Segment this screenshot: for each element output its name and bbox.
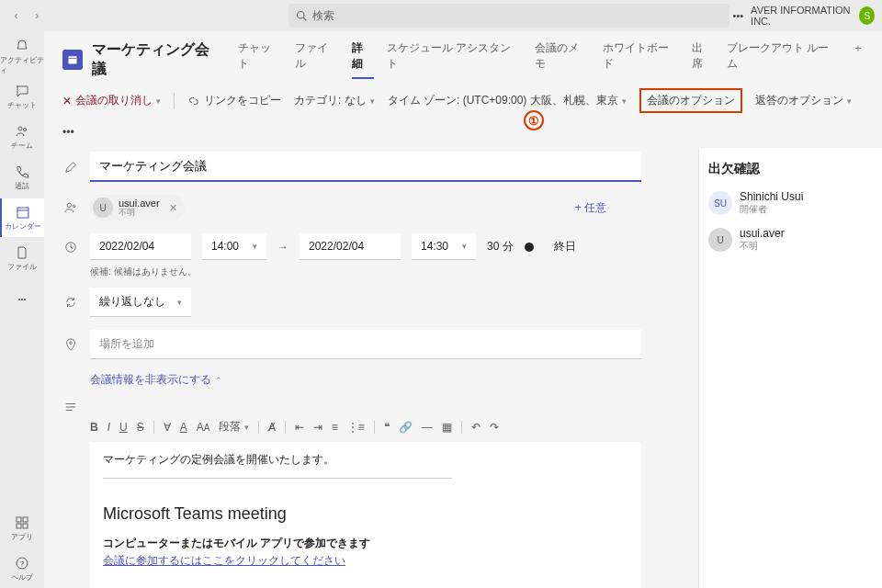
body-intro: マーケティングの定例会議を開催いたします。 bbox=[103, 451, 628, 469]
location-icon bbox=[62, 338, 79, 351]
location-input[interactable]: 場所を追加 bbox=[90, 330, 641, 359]
start-time-input[interactable]: 14:00▾ bbox=[202, 233, 266, 260]
rail-more-icon[interactable]: ••• bbox=[0, 279, 44, 318]
tab-breakout[interactable]: ブレークアウト ルーム bbox=[727, 40, 840, 79]
page-title: マーケティング会議 bbox=[92, 40, 224, 79]
file-icon bbox=[14, 244, 30, 261]
chevron-down-icon: ▾ bbox=[370, 96, 375, 106]
paragraph-dropdown[interactable]: 段落 ▾ bbox=[219, 419, 248, 435]
end-date-input[interactable]: 2022/02/04 bbox=[300, 233, 401, 260]
strike-button[interactable]: S bbox=[137, 421, 144, 434]
calendar-badge-icon bbox=[62, 50, 83, 70]
tab-attendance[interactable]: 出席 bbox=[692, 40, 714, 79]
hr-button[interactable]: — bbox=[422, 421, 433, 434]
rail-apps[interactable]: アプリ bbox=[0, 509, 44, 548]
attendance-title: 出欠確認 bbox=[708, 161, 873, 177]
meeting-options-button[interactable]: 会議のオプション bbox=[647, 93, 735, 108]
add-optional-button[interactable]: + 任意 bbox=[575, 200, 606, 216]
copy-link-button[interactable]: リンクをコピー bbox=[187, 93, 281, 108]
remove-attendee-icon[interactable]: ✕ bbox=[169, 202, 177, 214]
svg-point-2 bbox=[18, 127, 22, 130]
allday-toggle[interactable] bbox=[525, 243, 534, 252]
teams-icon bbox=[14, 123, 30, 140]
clock-icon bbox=[62, 241, 79, 254]
svg-rect-12 bbox=[68, 56, 76, 63]
redo-button[interactable]: ↷ bbox=[490, 421, 499, 434]
svg-point-17 bbox=[70, 342, 73, 345]
org-name: AVER INFORMATION INC. bbox=[751, 5, 852, 27]
tab-add-icon[interactable]: ＋ bbox=[853, 40, 864, 79]
app-rail: アクティビティ チャット チーム 通話 カレンダー ファイル ••• アプリ ?… bbox=[0, 31, 44, 588]
help-icon: ? bbox=[14, 555, 30, 571]
underline-button[interactable]: U bbox=[119, 421, 128, 434]
timezone-dropdown[interactable]: タイム ゾーン: (UTC+09:00) 大阪、札幌、東京▾ bbox=[388, 93, 627, 108]
calendar-icon bbox=[15, 204, 31, 220]
hide-info-toggle[interactable]: 会議情報を非表示にする⌃ bbox=[90, 372, 680, 388]
nav-back-icon[interactable]: ‹ bbox=[7, 6, 25, 26]
search-input[interactable]: 検索 bbox=[288, 4, 729, 28]
tab-notes[interactable]: 会議のメモ bbox=[535, 40, 590, 79]
svg-rect-4 bbox=[17, 208, 28, 218]
attendee-avatar: U bbox=[708, 228, 732, 252]
tab-files[interactable]: ファイル bbox=[295, 40, 339, 79]
meeting-title-input[interactable] bbox=[90, 152, 641, 182]
bold-button[interactable]: B bbox=[90, 421, 98, 434]
start-date-input[interactable]: 2022/02/04 bbox=[90, 233, 191, 260]
font-color-button[interactable]: A bbox=[180, 421, 187, 434]
link-button[interactable]: 🔗 bbox=[399, 421, 413, 434]
bullet-list-button[interactable]: ≡ bbox=[332, 421, 338, 434]
category-dropdown[interactable]: カテゴリ: なし▾ bbox=[294, 93, 375, 108]
rail-teams[interactable]: チーム bbox=[0, 118, 44, 156]
italic-button[interactable]: I bbox=[107, 421, 110, 434]
rtf-toolbar: B I U S ∀ A AA 段落 ▾ A̸ ⇤ ⇥ ≡ ⋮≡ bbox=[90, 415, 641, 442]
quote-button[interactable]: ❝ bbox=[384, 421, 390, 434]
table-button[interactable]: ▦ bbox=[442, 421, 452, 434]
svg-point-3 bbox=[24, 129, 27, 131]
outdent-button[interactable]: ⇤ bbox=[295, 421, 304, 434]
link-icon bbox=[187, 95, 200, 107]
chevron-down-icon: ▾ bbox=[156, 96, 161, 106]
organizer-avatar: SU bbox=[708, 191, 732, 215]
bell-icon bbox=[14, 38, 30, 54]
svg-rect-9 bbox=[23, 524, 28, 528]
close-icon: ✕ bbox=[62, 95, 72, 107]
hr bbox=[103, 478, 452, 479]
tab-chat[interactable]: チャット bbox=[238, 40, 282, 79]
join-meeting-link[interactable]: 会議に参加するにはここをクリックしてください bbox=[103, 554, 345, 567]
clear-format-button[interactable]: A̸ bbox=[268, 421, 276, 434]
response-options-dropdown[interactable]: 返答のオプション▾ bbox=[755, 93, 852, 108]
organizer-row[interactable]: SU Shinichi Usui開催者 bbox=[708, 190, 873, 216]
tab-details[interactable]: 詳細 bbox=[352, 40, 374, 79]
font-size-button[interactable]: AA bbox=[197, 421, 210, 434]
description-editor[interactable]: マーケティングの定例会議を開催いたします。 Microsoft Teams me… bbox=[90, 442, 641, 588]
attendee-chip[interactable]: U usui.aver不明 ✕ bbox=[90, 195, 185, 220]
svg-text:?: ? bbox=[20, 560, 25, 568]
allday-label: 終日 bbox=[554, 239, 576, 254]
rail-activity[interactable]: アクティビティ bbox=[0, 37, 44, 75]
more-icon[interactable]: ••• bbox=[733, 10, 744, 21]
indent-button[interactable]: ⇥ bbox=[313, 421, 322, 434]
arrow-right-icon: → bbox=[277, 241, 288, 254]
rail-files[interactable]: ファイル bbox=[0, 239, 44, 277]
rail-help[interactable]: ?ヘルプ bbox=[0, 549, 44, 588]
tab-whiteboard[interactable]: ホワイトボード bbox=[603, 40, 680, 79]
teams-meeting-header: Microsoft Teams meeting bbox=[103, 501, 628, 527]
meeting-form: U usui.aver不明 ✕ + 任意 2022/02/04 14:00▾ →… bbox=[44, 148, 698, 588]
highlight-button[interactable]: ∀ bbox=[164, 421, 171, 434]
more-options-icon[interactable]: ••• bbox=[62, 126, 74, 139]
cancel-meeting-button[interactable]: ✕ 会議の取り消し ▾ bbox=[62, 93, 161, 108]
rail-chat[interactable]: チャット bbox=[0, 77, 44, 116]
user-avatar[interactable]: S bbox=[859, 6, 875, 25]
search-placeholder: 検索 bbox=[312, 8, 334, 24]
undo-button[interactable]: ↶ bbox=[471, 421, 481, 434]
attendee-row[interactable]: U usui.aver不明 bbox=[708, 227, 873, 253]
end-time-input[interactable]: 14:30▾ bbox=[412, 233, 476, 260]
rail-calls[interactable]: 通話 bbox=[0, 158, 44, 197]
rail-calendar[interactable]: カレンダー bbox=[0, 198, 44, 237]
tab-assistant[interactable]: スケジュール アシスタント bbox=[387, 40, 522, 79]
nav-forward-icon[interactable]: › bbox=[28, 6, 46, 26]
meeting-header: マーケティング会議 チャット ファイル 詳細 スケジュール アシスタント 会議の… bbox=[44, 31, 882, 79]
number-list-button[interactable]: ⋮≡ bbox=[347, 421, 365, 434]
people-icon bbox=[62, 201, 79, 214]
repeat-dropdown[interactable]: 繰り返しなし▾ bbox=[90, 288, 191, 317]
